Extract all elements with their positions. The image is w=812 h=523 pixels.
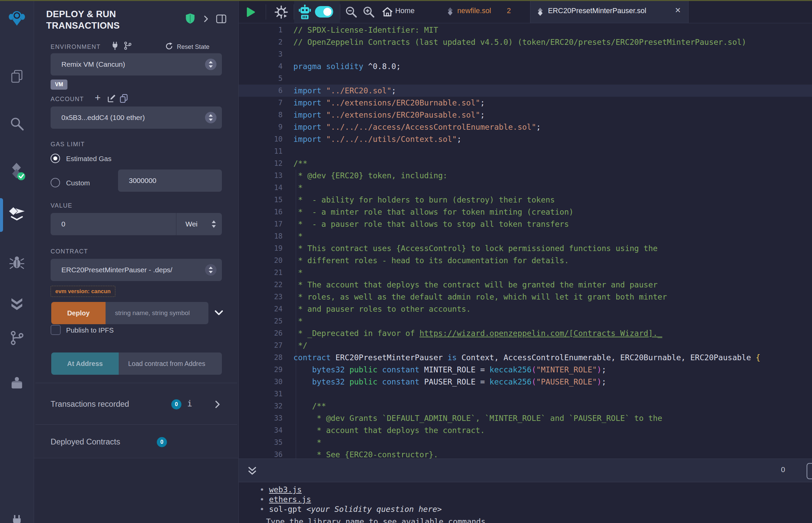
- code-line[interactable]: 32 /**: [239, 400, 812, 412]
- reset-state-button[interactable]: Reset State: [165, 42, 209, 52]
- code-line[interactable]: 11: [239, 145, 812, 157]
- code-line[interactable]: 14 *: [239, 182, 812, 194]
- expand-transactions-icon[interactable]: [215, 400, 220, 410]
- code-line[interactable]: 12/**: [239, 157, 812, 169]
- file-explorer-icon[interactable]: [0, 70, 34, 83]
- zoom-in-icon[interactable]: [363, 6, 375, 20]
- code-line[interactable]: 18 *: [239, 230, 812, 242]
- terminal-link[interactable]: ethers.js: [269, 495, 311, 504]
- contract-select[interactable]: ERC20PresetMinterPauser - .deps/: [51, 259, 222, 281]
- at-address-button[interactable]: At Address: [51, 353, 119, 375]
- code-line[interactable]: 24 * and pauser roles to other accounts.: [239, 303, 812, 315]
- tab-home[interactable]: Home: [395, 7, 414, 15]
- search-icon[interactable]: [0, 116, 34, 131]
- code-line[interactable]: 3: [239, 48, 812, 60]
- ai-copilot-toggle[interactable]: [315, 6, 333, 18]
- terminal-link[interactable]: web3.js: [269, 485, 302, 494]
- run-script-button[interactable]: [246, 7, 255, 19]
- code-line[interactable]: 33 * @dev Grants `DEFAULT_ADMIN_ROLE`, `…: [239, 412, 812, 424]
- code-line[interactable]: 28contract ERC20PresetMinterPauser is Co…: [239, 351, 812, 364]
- copy-account-icon[interactable]: [120, 94, 128, 104]
- code-line[interactable]: 7import "../extensions/ERC20Burnable.sol…: [239, 97, 812, 109]
- script-config-gear-icon[interactable]: [274, 5, 288, 21]
- custom-gas-radio[interactable]: [51, 178, 60, 187]
- publish-ipfs-label[interactable]: Publish to IPFS: [66, 326, 113, 334]
- debugger-icon[interactable]: [0, 255, 34, 270]
- code-line[interactable]: 29 bytes32 public constant MINTER_ROLE =…: [239, 364, 812, 376]
- pin-panel-icon[interactable]: [216, 15, 226, 24]
- code-line[interactable]: 13 * @dev {ERC20} token, including:: [239, 169, 812, 182]
- line-number: 3: [239, 48, 283, 60]
- transactions-recorded-label[interactable]: Transactions recorded: [51, 400, 129, 409]
- code-line[interactable]: 17 * - a pauser role that allows to stop…: [239, 218, 812, 230]
- plug-icon[interactable]: [0, 515, 34, 523]
- code-line[interactable]: 30 bytes32 public constant PAUSER_ROLE =…: [239, 376, 812, 388]
- code-line[interactable]: 10import "../../../utils/Context.sol";: [239, 133, 812, 145]
- tab-erc20presetminterpauser[interactable]: ERC20PresetMinterPauser.sol ✕: [530, 1, 689, 23]
- custom-gas-input[interactable]: [118, 169, 222, 192]
- code-line[interactable]: 19 * This contract uses {AccessControl} …: [239, 242, 812, 254]
- value-unit-select[interactable]: Wei: [186, 213, 198, 235]
- code-line[interactable]: 2// OpenZeppelin Contracts (last updated…: [239, 36, 812, 48]
- code-line[interactable]: 20 * different roles - head to its docum…: [239, 254, 812, 267]
- terminal-search-box[interactable]: [807, 463, 812, 479]
- code-line[interactable]: 25 *: [239, 315, 812, 327]
- plugin-manager-icon[interactable]: [0, 376, 34, 390]
- home-icon[interactable]: [382, 6, 393, 19]
- code-line[interactable]: 4pragma solidity ^0.8.0;: [239, 60, 812, 72]
- code-editor[interactable]: 1// SPDX-License-Identifier: MIT2// Open…: [239, 23, 812, 458]
- code-line[interactable]: 5: [239, 72, 812, 85]
- code-line[interactable]: 22 * The account that deploys the contra…: [239, 279, 812, 291]
- custom-gas-label[interactable]: Custom: [66, 179, 90, 187]
- close-tab-icon[interactable]: ✕: [675, 6, 681, 15]
- code-line[interactable]: 15 * - ability for holders to burn (dest…: [239, 194, 812, 206]
- code-line[interactable]: 34 * account that deploys the contract.: [239, 424, 812, 436]
- git-icon[interactable]: [0, 330, 34, 345]
- tab-newfile[interactable]: newfile.sol: [457, 7, 491, 15]
- constructor-args-input[interactable]: [106, 302, 208, 324]
- line-number: 7: [239, 97, 283, 109]
- code-line[interactable]: 26 * _Deprecated in favor of https://wiz…: [239, 327, 812, 339]
- remix-logo[interactable]: [0, 10, 34, 28]
- code-line[interactable]: 23 * roles, as well as the default admin…: [239, 291, 812, 303]
- code-line[interactable]: 27 */: [239, 339, 812, 351]
- account-select[interactable]: 0x5B3...eddC4 (100 ether): [51, 107, 222, 129]
- deployed-contracts-empty-area: [34, 458, 239, 523]
- value-input[interactable]: [51, 213, 176, 235]
- ai-robot-icon[interactable]: [298, 4, 312, 21]
- expand-constructor-icon[interactable]: [215, 310, 223, 317]
- sign-message-icon[interactable]: [107, 94, 116, 104]
- code-line[interactable]: 9import "../../../access/AccessControlEn…: [239, 121, 812, 133]
- deploy-run-icon[interactable]: [0, 206, 34, 221]
- code-line[interactable]: 21 *: [239, 267, 812, 279]
- code-line[interactable]: 1// SPDX-License-Identifier: MIT: [239, 24, 812, 36]
- chevron-right-icon[interactable]: [204, 15, 208, 24]
- code-line[interactable]: 31: [239, 388, 812, 400]
- code-line[interactable]: 8import "../extensions/ERC20Pausable.sol…: [239, 109, 812, 121]
- code-text: * See {ERC20-constructor}.: [293, 449, 438, 458]
- expand-terminal-icon[interactable]: [248, 466, 257, 476]
- line-number: 12: [239, 157, 283, 169]
- solidity-compiler-icon[interactable]: [0, 162, 34, 181]
- unit-testing-icon[interactable]: [0, 297, 34, 312]
- plug-icon[interactable]: [111, 41, 119, 52]
- code-line[interactable]: 16 * - a minter role that allows for tok…: [239, 206, 812, 218]
- estimated-gas-label[interactable]: Estimated Gas: [66, 155, 111, 163]
- publish-ipfs-checkbox[interactable]: [51, 325, 61, 335]
- deploy-button[interactable]: Deploy: [51, 302, 106, 324]
- add-account-icon[interactable]: +: [95, 93, 101, 103]
- at-address-input[interactable]: Load contract from Addres: [119, 353, 222, 375]
- unit-stepper-icon[interactable]: [211, 220, 216, 230]
- fork-environment-icon[interactable]: [124, 41, 132, 52]
- estimated-gas-radio[interactable]: [51, 154, 60, 163]
- code-line[interactable]: 36 * See {ERC20-constructor}.: [239, 449, 812, 458]
- code-line[interactable]: 6import "../ERC20.sol";: [239, 85, 812, 97]
- code-line[interactable]: 35 *: [239, 436, 812, 449]
- select-spinner-icon: [205, 59, 216, 71]
- info-icon[interactable]: i: [187, 399, 192, 409]
- reset-state-label: Reset State: [177, 43, 209, 50]
- zoom-out-icon[interactable]: [345, 6, 358, 20]
- environment-select[interactable]: Remix VM (Cancun): [51, 53, 222, 75]
- shield-icon[interactable]: [186, 13, 195, 25]
- editor-area: Home newfile.sol 2 ERC20PresetMinterPaus…: [239, 1, 812, 523]
